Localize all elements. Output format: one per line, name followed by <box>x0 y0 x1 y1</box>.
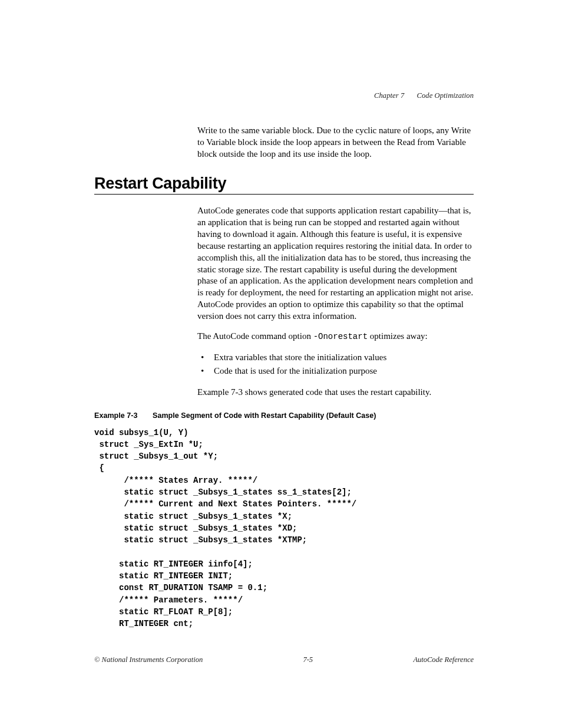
footer-right: AutoCode Reference <box>413 655 474 664</box>
optimize-list: Extra variables that store the initializ… <box>197 351 474 378</box>
intro-paragraph: Write to the same variable block. Due to… <box>197 125 474 160</box>
body-paragraph-3: Example 7-3 shows generated code that us… <box>197 387 474 398</box>
chapter-number: Chapter 7 <box>374 91 404 100</box>
inline-code-onorestart: -Onorestart <box>313 332 368 341</box>
footer-page-number: 7-5 <box>303 655 313 664</box>
page: Chapter 7 Code Optimization Write to the… <box>0 0 562 630</box>
code-block: void subsys_1(U, Y) struct _Sys_ExtIn *U… <box>94 427 474 630</box>
chapter-title: Code Optimization <box>417 91 474 100</box>
list-item: Extra variables that store the initializ… <box>214 351 474 364</box>
running-header: Chapter 7 Code Optimization <box>94 91 474 100</box>
body-paragraph-1: AutoCode generates code that supports ap… <box>197 205 474 322</box>
body-paragraph-2: The AutoCode command option -Onorestart … <box>197 331 474 342</box>
section-heading: Restart Capability <box>94 174 474 193</box>
list-item: Code that is used for the initialization… <box>214 364 474 378</box>
footer: © National Instruments Corporation 7-5 A… <box>94 655 474 664</box>
section-rule <box>94 194 474 195</box>
para2-post: optimizes away: <box>368 331 428 341</box>
example-title: Sample Segment of Code with Restart Capa… <box>153 411 376 420</box>
example-number: Example 7-3 <box>94 411 138 420</box>
example-caption: Example 7-3 Sample Segment of Code with … <box>94 411 474 420</box>
footer-left: © National Instruments Corporation <box>94 655 203 664</box>
para2-pre: The AutoCode command option <box>197 331 313 341</box>
